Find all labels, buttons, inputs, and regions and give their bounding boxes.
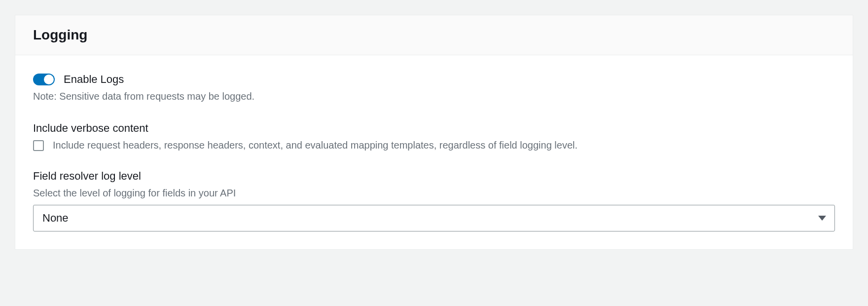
enable-logs-toggle[interactable] <box>33 74 55 85</box>
loglevel-heading: Field resolver log level <box>33 170 835 183</box>
loglevel-select[interactable]: None <box>33 205 835 231</box>
panel-header: Logging <box>15 15 853 55</box>
verbose-description: Include request headers, response header… <box>53 140 578 151</box>
loglevel-description: Select the level of logging for fields i… <box>33 188 835 199</box>
panel-body: Enable Logs Note: Sensitive data from re… <box>15 55 853 249</box>
verbose-checkbox-row: Include request headers, response header… <box>33 140 835 151</box>
enable-logs-label: Enable Logs <box>64 73 124 86</box>
loglevel-selected-value: None <box>42 212 69 225</box>
enable-logs-row: Enable Logs <box>33 73 835 86</box>
panel-title: Logging <box>33 27 835 43</box>
loglevel-select-wrapper: None <box>33 205 835 231</box>
logging-panel: Logging Enable Logs Note: Sensitive data… <box>15 15 853 250</box>
verbose-heading: Include verbose content <box>33 122 835 135</box>
verbose-checkbox[interactable] <box>33 140 44 151</box>
enable-logs-note: Note: Sensitive data from requests may b… <box>33 91 835 102</box>
toggle-knob <box>44 75 54 84</box>
